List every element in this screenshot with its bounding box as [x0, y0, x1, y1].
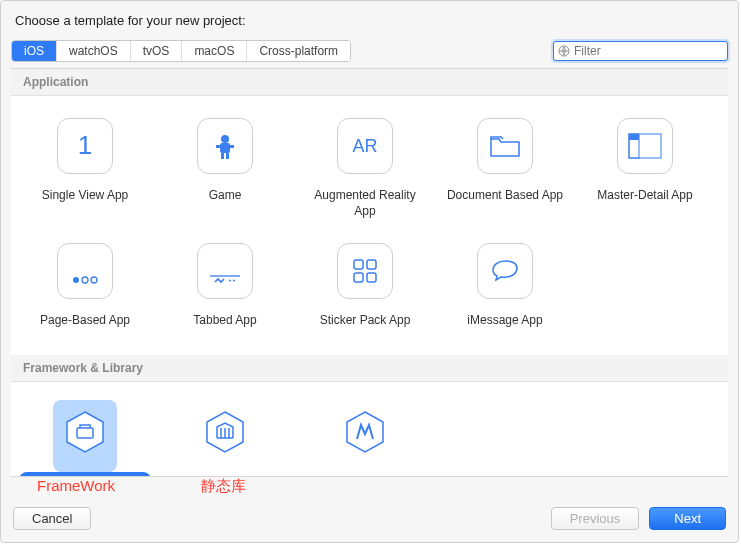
template-cocoa-touch-framework[interactable]: Cocoa Touch Framework [15, 394, 155, 477]
single-view-icon: 1 [57, 118, 113, 174]
svg-rect-11 [629, 134, 639, 140]
svg-point-14 [91, 277, 97, 283]
svg-rect-5 [230, 145, 234, 148]
template-label: Augmented Reality App [299, 186, 431, 221]
sticker-icon [337, 243, 393, 299]
template-label: Document Based App [443, 186, 567, 206]
template-label: Game [205, 186, 246, 206]
svg-rect-19 [367, 260, 376, 269]
filter-input[interactable] [574, 44, 723, 58]
tab-ios[interactable]: iOS [12, 41, 57, 61]
dialog-title: Choose a template for your new project: [1, 1, 738, 36]
metal-icon [337, 404, 393, 460]
svg-rect-3 [220, 143, 230, 153]
filter-icon [558, 45, 570, 57]
section-application-grid: 1 Single View App Game AR Augmented Real… [11, 96, 728, 355]
filter-field[interactable] [553, 41, 728, 61]
template-tabbed-app[interactable]: Tabbed App [155, 233, 295, 343]
tab-watchos[interactable]: watchOS [57, 41, 131, 61]
svg-text:AR: AR [352, 136, 377, 156]
svg-point-16 [229, 280, 231, 282]
template-metal-library[interactable]: Metal Library [295, 394, 435, 477]
template-single-view-app[interactable]: 1 Single View App [15, 108, 155, 233]
svg-rect-7 [226, 153, 229, 159]
template-label: Tabbed App [189, 311, 260, 331]
tab-crossplatform[interactable]: Cross-platform [247, 41, 350, 61]
template-list[interactable]: Application 1 Single View App Game AR Au… [11, 68, 728, 477]
template-ar-app[interactable]: AR Augmented Reality App [295, 108, 435, 233]
footer: Cancel Previous Next [1, 499, 738, 542]
svg-point-17 [233, 280, 235, 282]
section-framework-header: Framework & Library [11, 355, 728, 382]
template-label: Page-Based App [36, 311, 134, 331]
svg-point-2 [221, 135, 229, 143]
section-framework-grid: Cocoa Touch Framework Cocoa Touch Static… [11, 382, 728, 477]
svg-point-13 [82, 277, 88, 283]
game-icon [197, 118, 253, 174]
svg-rect-4 [216, 145, 220, 148]
annotations: FrameWork 静态库 [1, 477, 738, 499]
tab-macos[interactable]: macOS [182, 41, 247, 61]
annotation-framework: FrameWork [37, 477, 115, 494]
template-label: iMessage App [463, 311, 546, 331]
platform-tabs: iOS watchOS tvOS macOS Cross-platform [11, 40, 351, 62]
previous-button[interactable]: Previous [551, 507, 640, 530]
template-label: Single View App [38, 186, 133, 206]
annotation-static: 静态库 [201, 477, 246, 496]
template-chooser-dialog: Choose a template for your new project: … [0, 0, 739, 543]
template-sticker-pack-app[interactable]: Sticker Pack App [295, 233, 435, 343]
svg-rect-20 [354, 273, 363, 282]
tabbed-icon [197, 243, 253, 299]
svg-rect-21 [367, 273, 376, 282]
section-application-header: Application [11, 69, 728, 96]
imessage-icon [477, 243, 533, 299]
template-document-app[interactable]: Document Based App [435, 108, 575, 233]
next-button[interactable]: Next [649, 507, 726, 530]
template-page-based-app[interactable]: Page-Based App [15, 233, 155, 343]
static-lib-icon [197, 404, 253, 460]
svg-rect-18 [354, 260, 363, 269]
page-based-icon [57, 243, 113, 299]
template-label: Master-Detail App [593, 186, 696, 206]
framework-icon [57, 404, 113, 460]
master-detail-icon [617, 118, 673, 174]
document-icon [477, 118, 533, 174]
cancel-button[interactable]: Cancel [13, 507, 91, 530]
svg-rect-6 [221, 153, 224, 159]
svg-marker-22 [67, 412, 103, 452]
template-imessage-app[interactable]: iMessage App [435, 233, 575, 343]
ar-icon: AR [337, 118, 393, 174]
template-game[interactable]: Game [155, 108, 295, 233]
tab-tvos[interactable]: tvOS [131, 41, 183, 61]
template-label: Sticker Pack App [316, 311, 415, 331]
template-master-detail-app[interactable]: Master-Detail App [575, 108, 715, 233]
template-cocoa-touch-static-library[interactable]: Cocoa Touch Static Library [155, 394, 295, 477]
svg-point-12 [73, 277, 79, 283]
toolbar: iOS watchOS tvOS macOS Cross-platform [1, 36, 738, 68]
svg-text:1: 1 [78, 131, 92, 160]
